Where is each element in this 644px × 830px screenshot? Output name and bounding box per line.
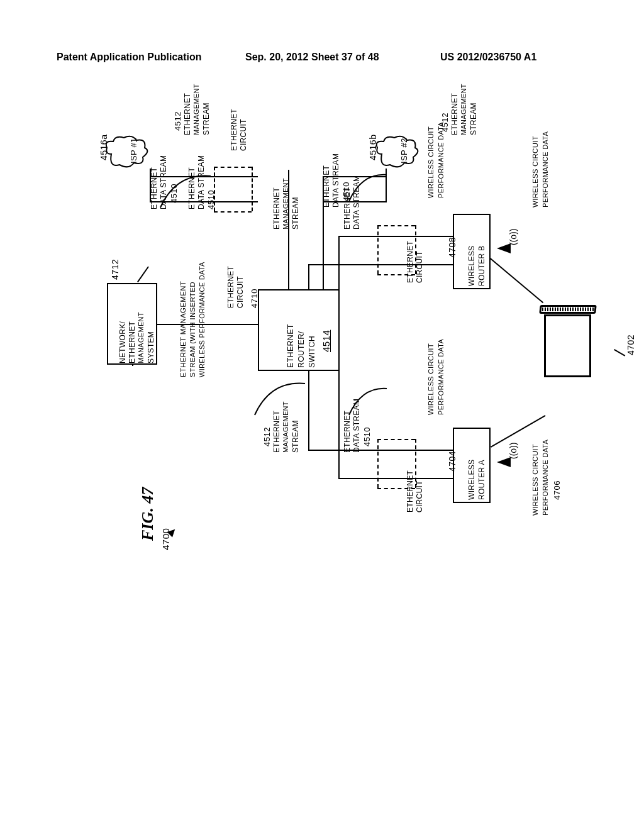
wra-ref: 4704 [447, 451, 457, 472]
net-mgmt-line1: NETWORK/ [118, 321, 127, 363]
page: Patent Application Publication Sep. 20, … [0, 0, 644, 830]
wcpd-a1-2: PERFORMANCE DATA [541, 440, 549, 516]
wcpd-a1-1: WIRELESS CIRCUIT [531, 444, 539, 516]
conn-switch-wra-bot [340, 450, 453, 451]
mgmt-stream-ins-2: STREAM (WITH INSERTED [189, 282, 196, 377]
antenna-b-tri-icon [497, 243, 511, 253]
ems-r1-1: ETHERNET [183, 93, 192, 135]
arc-icon-3 [346, 384, 390, 421]
eds-la-ref: 4510 [362, 427, 372, 446]
ems-la-ref: 4512 [262, 427, 272, 446]
eth-circuit-left-2: CIRCUIT [236, 276, 245, 308]
ems-lb-1: ETHERNET [272, 187, 281, 230]
isp1-label: ISP #1 [129, 138, 138, 163]
wrb-2: ROUTER B [477, 246, 486, 286]
arc-icon-2 [252, 377, 308, 421]
ec-rb-2: CIRCUIT [415, 251, 424, 283]
ems-r1-3: STREAM [202, 102, 211, 135]
ems-r2-2: MANAGEMENT [460, 84, 467, 135]
laptop-keys-icon [542, 307, 594, 311]
diagram-canvas: FIG. 47 4700 NETWORK/ ETHERNET MANAGEMEN… [38, 75, 604, 729]
laptop-screen [544, 314, 591, 377]
net-mgmt-line4: SYSTEM [147, 331, 155, 363]
wcpd-a2-1: WIRELESS CIRCUIT [427, 343, 435, 415]
wcpd-a2-2: PERFORMANCE DATA [437, 339, 445, 415]
wcpd-ref: 4706 [552, 480, 562, 500]
eds-r2-2: DATA STREAM [331, 153, 340, 208]
ec-ra-1: ETHERNET [406, 470, 414, 512]
ec-r-1: ETHERNET [230, 109, 238, 151]
wcpd-b2-1: WIRELESS CIRCUIT [427, 126, 435, 198]
mgmt-stream-ins-1: ETHERNET MANAGEMENT [179, 281, 187, 377]
eth-circuit-left-ref: 4710 [250, 289, 259, 308]
conn-v-a2 [308, 371, 309, 451]
eth-circuit-left-1: ETHERNET [226, 266, 235, 308]
ems-lb-3: STREAM [291, 197, 300, 230]
conn-switch-wrb-top [340, 264, 453, 265]
ems-r2-ref: 4512 [440, 113, 450, 132]
isp2-label: ISP #2 [399, 138, 409, 163]
isp2-cloud-icon [374, 135, 421, 170]
wrb-1: WIRELESS [467, 246, 476, 286]
isp1-cloud-icon [104, 135, 151, 170]
wra-2: ROUTER A [477, 460, 486, 500]
conn-switch-wra-top [340, 478, 453, 479]
wcpd-b2-2: PERFORMANCE DATA [437, 122, 445, 198]
wrb-ref: 4708 [447, 237, 457, 258]
wra-1: WIRELESS [467, 460, 476, 500]
antenna-a-tri-icon [497, 457, 511, 467]
ems-r2-1: ETHERNET [450, 93, 459, 135]
ems-r1-2: MANAGEMENT [192, 84, 200, 135]
ec-r-2: CIRCUIT [239, 119, 248, 151]
ec-ra-2: CIRCUIT [415, 480, 424, 512]
ems-r2-3: STREAM [469, 102, 478, 135]
ers-line2: ROUTER/ [297, 331, 306, 368]
ec-rb-1: ETHERNET [406, 241, 414, 283]
figure-title: FIG. 47 [138, 487, 157, 541]
arc-icon-1 [157, 170, 214, 214]
net-mgmt-line3: MANAGEMENT [137, 312, 145, 363]
header-left: Patent Application Publication [57, 52, 202, 63]
ers-line3: SWITCH [308, 336, 316, 368]
leader-laptop [614, 349, 625, 357]
header-right: US 2012/0236750 A1 [440, 52, 536, 63]
wcpd-b1-2: PERFORMANCE DATA [541, 131, 549, 208]
conn-switch-wrb-bot [340, 236, 453, 237]
ems-r1-ref: 4512 [173, 111, 182, 131]
leader-line [137, 266, 149, 282]
mgmt-stream-ins-3: WIRELESS PERFORMANCE DATA [198, 262, 206, 377]
wlink-b [490, 258, 544, 303]
isp2-ref: 4516b [368, 135, 378, 160]
laptop-ref: 4702 [626, 335, 636, 355]
ers-line1: ETHERNET [286, 324, 295, 368]
isp1-ref: 4516a [99, 135, 109, 160]
header-center: Sep. 20, 2012 Sheet 37 of 48 [245, 52, 379, 63]
arc-icon-4 [346, 170, 390, 208]
conn-mgmt-router [157, 324, 258, 325]
net-mgmt-ref: 4712 [110, 259, 120, 280]
ers-ref: 4514 [321, 330, 331, 352]
conn-v-a1 [338, 371, 340, 479]
wcpd-b1-1: WIRELESS CIRCUIT [531, 136, 539, 208]
ems-la-3: STREAM [291, 420, 300, 453]
net-mgmt-line2: ETHERNET [128, 321, 136, 363]
